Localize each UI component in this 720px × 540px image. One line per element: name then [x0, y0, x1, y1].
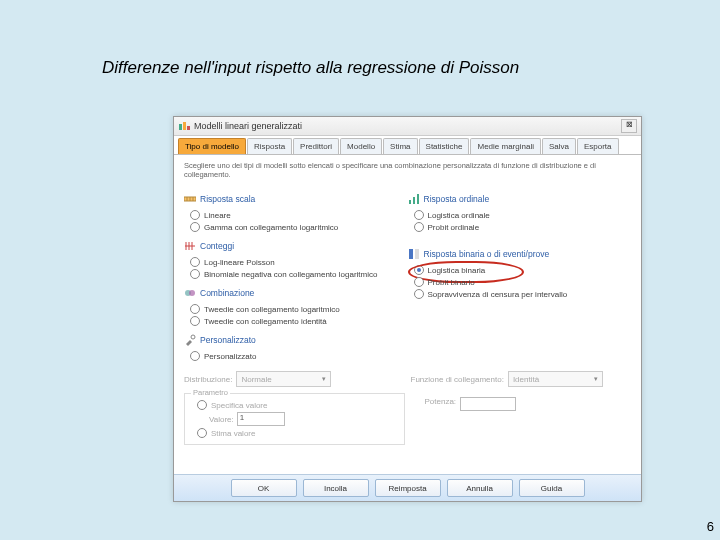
radio-specify-value: Specifica valore — [197, 400, 398, 410]
button-bar: OK Incolla Reimposta Annulla Guida — [174, 474, 641, 501]
tab-predictors[interactable]: Predittori — [293, 138, 339, 154]
chevron-down-icon: ▾ — [322, 375, 326, 383]
radio-gamma-log[interactable]: Gamma con collegamento logaritmico — [190, 222, 408, 232]
reset-button[interactable]: Reimposta — [375, 479, 441, 497]
tab-model-type[interactable]: Tipo di modello — [178, 138, 246, 154]
section-binary: Risposta binaria o di eventi/prove — [408, 248, 550, 260]
paste-button[interactable]: Incolla — [303, 479, 369, 497]
glm-dialog: Modelli lineari generalizzati ⊠ Tipo di … — [173, 116, 642, 502]
help-button[interactable]: Guida — [519, 479, 585, 497]
radio-ord-probit[interactable]: Probit ordinale — [414, 222, 632, 232]
radio-interval-censor[interactable]: Sopravvivenza di censura per intervallo — [414, 289, 632, 299]
tab-save[interactable]: Salva — [542, 138, 576, 154]
bars-icon — [408, 193, 420, 205]
section-counts: Conteggi — [184, 240, 234, 252]
instruction-text: Scegliere uno dei tipi di modelli sotto … — [184, 161, 631, 179]
section-binary-title: Risposta binaria o di eventi/prove — [424, 249, 550, 259]
svg-rect-18 — [415, 249, 419, 259]
tab-model[interactable]: Modello — [340, 138, 382, 154]
custom-params: Distribuzione: Normale ▾ Funzione di col… — [184, 371, 631, 445]
section-mix-title: Combinazione — [200, 288, 254, 298]
section-ordinal-title: Risposta ordinale — [424, 194, 490, 204]
tab-stats[interactable]: Statistiche — [419, 138, 470, 154]
radio-negbin[interactable]: Binomiale negativa con collegamento loga… — [190, 269, 408, 279]
tab-estimate[interactable]: Stima — [383, 138, 417, 154]
close-button[interactable]: ⊠ — [621, 119, 637, 133]
fieldset-parameter: Parametro Specifica valore Valore: 1 Sti… — [184, 393, 405, 445]
radio-custom[interactable]: Personalizzato — [190, 351, 408, 361]
page-number: 6 — [707, 519, 714, 534]
ruler-icon — [184, 193, 196, 205]
dialog-title: Modelli lineari generalizzati — [194, 121, 302, 131]
param-legend: Parametro — [191, 388, 230, 397]
radio-bin-probit[interactable]: Probit binario — [414, 277, 632, 287]
section-mix: Combinazione — [184, 287, 254, 299]
radio-tweedie-id[interactable]: Tweedie con collegamento identità — [190, 316, 408, 326]
radio-estimate-value: Stima valore — [197, 428, 398, 438]
section-counts-title: Conteggi — [200, 241, 234, 251]
dist-select: Normale ▾ — [236, 371, 331, 387]
section-scalar: Risposta scala — [184, 193, 255, 205]
svg-rect-2 — [187, 126, 190, 130]
tab-export[interactable]: Esporta — [577, 138, 619, 154]
tab-marginal[interactable]: Medie marginali — [470, 138, 540, 154]
section-ordinal: Risposta ordinale — [408, 193, 490, 205]
radio-ord-logistic[interactable]: Logistica ordinale — [414, 210, 632, 220]
svg-point-13 — [191, 335, 195, 339]
titlebar[interactable]: Modelli lineari generalizzati ⊠ — [174, 117, 641, 136]
tools-icon — [184, 334, 196, 346]
link-label: Funzione di collegamento: — [411, 375, 504, 384]
dist-label: Distribuzione: — [184, 375, 232, 384]
radio-bin-logistic[interactable]: Logistica binaria — [414, 265, 632, 275]
value-label: Valore: — [209, 415, 234, 424]
svg-rect-1 — [183, 122, 186, 130]
tab-strip: Tipo di modello Risposta Predittori Mode… — [174, 136, 641, 155]
tally-icon — [184, 240, 196, 252]
binary-icon — [408, 248, 420, 260]
section-custom-title: Personalizzato — [200, 335, 256, 345]
svg-rect-17 — [409, 249, 413, 259]
svg-rect-15 — [413, 197, 415, 204]
svg-point-12 — [189, 290, 195, 296]
power-label: Potenza: — [425, 397, 457, 406]
dialog-body: Scegliere uno dei tipi di modelli sotto … — [174, 155, 641, 447]
section-custom: Personalizzato — [184, 334, 256, 346]
svg-rect-0 — [179, 124, 182, 130]
radio-tweedie-log[interactable]: Tweedie con collegamento logaritmico — [190, 304, 408, 314]
svg-rect-16 — [417, 194, 419, 204]
app-icon — [178, 120, 190, 132]
value-input: 1 — [237, 412, 285, 426]
link-select: Identità ▾ — [508, 371, 603, 387]
chevron-down-icon: ▾ — [594, 375, 598, 383]
tab-response[interactable]: Risposta — [247, 138, 292, 154]
ok-button[interactable]: OK — [231, 479, 297, 497]
radio-poisson[interactable]: Log-lineare Poisson — [190, 257, 408, 267]
svg-rect-14 — [409, 200, 411, 204]
cancel-button[interactable]: Annulla — [447, 479, 513, 497]
section-scalar-title: Risposta scala — [200, 194, 255, 204]
slide-title: Differenze nell'input rispetto alla regr… — [102, 58, 519, 78]
mix-icon — [184, 287, 196, 299]
radio-linear[interactable]: Lineare — [190, 210, 408, 220]
power-input — [460, 397, 516, 411]
